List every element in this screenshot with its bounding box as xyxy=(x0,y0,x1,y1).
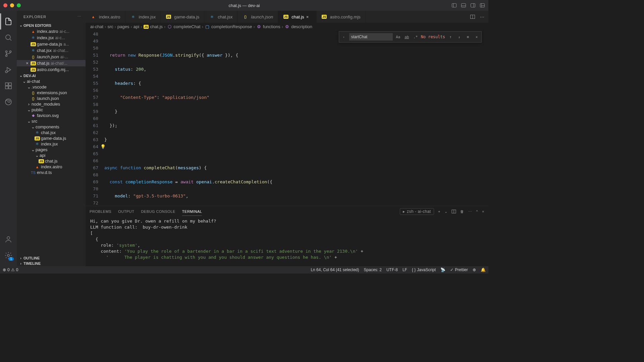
traffic-lights xyxy=(3,3,21,7)
status-bell-icon[interactable]: 🔔 xyxy=(481,267,486,272)
astro-icon xyxy=(30,29,36,34)
find-input[interactable] xyxy=(349,33,393,41)
panel-right-icon[interactable] xyxy=(470,3,476,8)
panel-left-icon[interactable] xyxy=(451,3,457,8)
more-icon[interactable]: ⋯ xyxy=(480,14,484,19)
workspace-header[interactable]: ⌄ DEV-AI xyxy=(17,73,86,78)
jsx-icon: ⚛ xyxy=(130,15,136,19)
close-panel-icon[interactable]: × xyxy=(482,209,484,214)
tree-file[interactable]: index.astro xyxy=(17,164,86,170)
svg-point-13 xyxy=(5,71,7,73)
close-window-button[interactable] xyxy=(3,3,7,7)
maximize-window-button[interactable] xyxy=(17,3,21,7)
lightbulb-icon[interactable]: 💡 xyxy=(100,143,106,150)
tab-chat-js[interactable]: JSchat.js× xyxy=(278,11,317,23)
prev-match-icon[interactable]: ↑ xyxy=(447,34,454,40)
kill-terminal-icon[interactable]: 🗑 xyxy=(460,209,464,214)
close-find-icon[interactable]: × xyxy=(473,34,480,40)
tree-folder[interactable]: ⌄components xyxy=(17,124,86,130)
tree-file[interactable]: ⚛chat.jsx xyxy=(17,130,86,135)
tree-file[interactable]: {}launch.json xyxy=(17,96,86,101)
settings-activity[interactable]: 1 xyxy=(0,247,16,263)
tree-file[interactable]: JSgame-data.js xyxy=(17,135,86,141)
jsx-icon: ⚛ xyxy=(34,142,40,146)
more-terminal-icon[interactable]: ⋯ xyxy=(468,209,472,214)
maximize-panel-icon[interactable]: ^ xyxy=(476,209,478,214)
tree-folder[interactable]: ⌄ai-chat xyxy=(17,78,86,84)
timeline-header[interactable]: ›TIMELINE xyxy=(17,261,86,266)
close-icon[interactable]: × xyxy=(24,61,30,66)
tree-file[interactable]: TSenv.d.ts xyxy=(17,170,86,175)
tree-folder[interactable]: ⌄src xyxy=(17,118,86,124)
tree-folder[interactable]: ⌄api xyxy=(17,153,86,158)
tab-chat-jsx[interactable]: ⚛chat.jsx xyxy=(204,11,237,23)
regex-icon[interactable]: .* xyxy=(412,34,419,40)
js-icon: JS xyxy=(30,42,36,46)
status-cursor[interactable]: Ln 64, Col 64 (41 selected) xyxy=(311,267,359,272)
open-editors-header[interactable]: ⌄ OPEN EDITORS xyxy=(17,22,86,28)
open-editor-item[interactable]: ⚛index.jsxai-c... xyxy=(17,35,86,41)
terminal-tab[interactable]: TERMINAL xyxy=(182,207,202,216)
status-radio-icon[interactable]: 📡 xyxy=(440,267,445,272)
output-tab[interactable]: OUTPUT xyxy=(118,207,134,216)
accounts-activity[interactable] xyxy=(0,231,16,247)
sidebar-more-icon[interactable]: ⋯ xyxy=(77,14,82,19)
status-indent[interactable]: Spaces: 2 xyxy=(364,267,382,272)
tab-astro-config[interactable]: JSastro.config.mjs xyxy=(317,11,366,23)
panel-bottom-icon[interactable] xyxy=(461,3,466,8)
status-eol[interactable]: LF xyxy=(402,267,407,272)
status-prettier[interactable]: ✓ Prettier xyxy=(450,267,468,272)
debug-activity[interactable] xyxy=(0,62,16,78)
source-control-activity[interactable] xyxy=(0,46,16,62)
tab-index-jsx[interactable]: ⚛index.jsx xyxy=(125,11,161,23)
terminal-picker[interactable]: ▸ zsh - ai-chat xyxy=(400,208,434,215)
terminal-output[interactable]: Hi, can you give Dr. owen a refill on my… xyxy=(86,217,488,266)
status-language[interactable]: { } JavaScript xyxy=(412,267,436,272)
breadcrumb[interactable]: ai-chat› src› pages› api› JSchat.js› ⬡co… xyxy=(86,23,488,31)
open-editor-item[interactable]: JSastro.config.mj... xyxy=(17,66,86,73)
code-content[interactable]: return new Response(JSON.stringify({ ans… xyxy=(104,31,488,206)
outline-header[interactable]: ›OUTLINE xyxy=(17,255,86,261)
edge-activity[interactable] xyxy=(0,94,16,110)
jsx-icon: ⚛ xyxy=(30,36,36,40)
open-editor-item[interactable]: ⚛chat.jsxai-chat... xyxy=(17,47,86,54)
tree-folder[interactable]: ⌄pages xyxy=(17,147,86,153)
problems-tab[interactable]: PROBLEMS xyxy=(90,207,111,216)
open-editor-item[interactable]: JSgame-data.jsa... xyxy=(17,41,86,47)
close-icon[interactable]: × xyxy=(306,14,312,19)
minimize-window-button[interactable] xyxy=(10,3,14,7)
debug-console-tab[interactable]: DEBUG CONSOLE xyxy=(141,207,175,216)
find-in-selection-icon[interactable]: ≡ xyxy=(465,34,471,40)
status-feedback-icon[interactable]: ⊕ xyxy=(473,267,476,272)
tab-launch-json[interactable]: {}launch.json xyxy=(237,11,278,23)
terminal-dropdown-icon[interactable]: ⌄ xyxy=(444,209,448,214)
chevron-right-icon: › xyxy=(18,261,23,265)
explorer-activity[interactable] xyxy=(0,13,16,29)
status-errors[interactable]: ⊗ 0 ⚠ 0 xyxy=(3,267,18,272)
tab-game-data[interactable]: JSgame-data.js xyxy=(161,11,204,23)
find-expand-icon[interactable]: › xyxy=(340,34,347,40)
split-terminal-icon[interactable] xyxy=(451,209,456,214)
customize-layout-icon[interactable] xyxy=(480,3,485,8)
new-terminal-icon[interactable]: + xyxy=(438,209,440,214)
tree-folder[interactable]: ›node_modules xyxy=(17,101,86,107)
tree-folder[interactable]: ⌄.vscode xyxy=(17,84,86,90)
code-editor[interactable]: › Aa ab .* No results ↑ ↓ ≡ × 4849505152… xyxy=(86,31,488,206)
open-editor-item[interactable]: ×JSchat.jsai-chat/... xyxy=(17,60,86,66)
next-match-icon[interactable]: ↓ xyxy=(456,34,463,40)
tree-file[interactable]: ◆favicon.svg xyxy=(17,113,86,118)
whole-word-icon[interactable]: ab xyxy=(404,34,410,40)
match-case-icon[interactable]: Aa xyxy=(395,34,401,40)
status-encoding[interactable]: UTF-8 xyxy=(386,267,398,272)
tab-index-astro[interactable]: index.astro xyxy=(86,11,125,23)
tree-file[interactable]: JSchat.js xyxy=(17,158,86,164)
explorer-sidebar: EXPLORER ⋯ ⌄ OPEN EDITORS index.astroai-… xyxy=(17,11,86,266)
tree-file[interactable]: {}extensions.json xyxy=(17,90,86,96)
search-activity[interactable] xyxy=(0,29,16,46)
open-editor-item[interactable]: index.astroai-c... xyxy=(17,28,86,35)
extensions-activity[interactable] xyxy=(0,78,16,94)
tree-file[interactable]: ⚛index.jsx xyxy=(17,141,86,147)
open-editor-item[interactable]: {}launch.jsonai-... xyxy=(17,54,86,60)
split-editor-icon[interactable] xyxy=(470,14,475,19)
tree-folder[interactable]: ⌄public xyxy=(17,107,86,113)
